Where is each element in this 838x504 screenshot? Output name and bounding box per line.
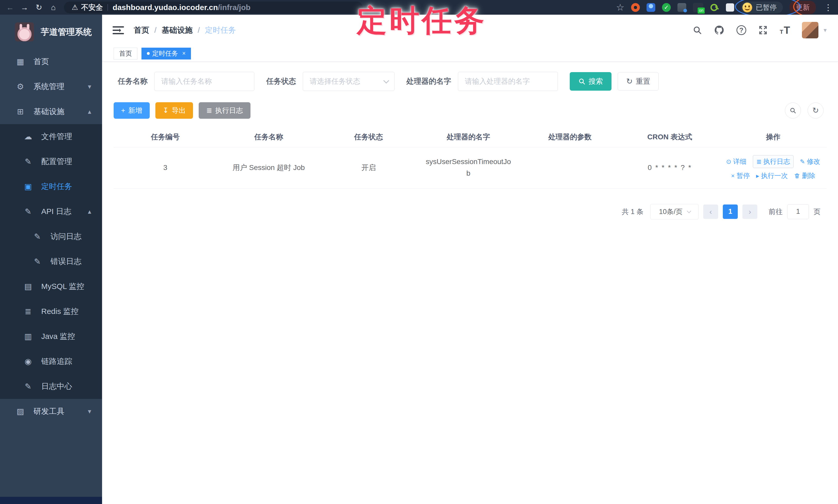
export-button-label: 导出 [172, 106, 186, 115]
sidebar-item-redis-monitor[interactable]: ≣ Redis 监控 [0, 299, 102, 324]
table-tools: ↻ [785, 103, 824, 119]
edit-icon: ✎ [23, 157, 34, 166]
user-avatar[interactable] [802, 22, 818, 38]
op-label: 详细 [733, 157, 747, 166]
cell-job-name: 用户 Session 超时 Job [217, 147, 320, 188]
job-status-select[interactable]: 请选择任务状态 [303, 72, 395, 91]
sidebar-item-label: 文件管理 [41, 131, 72, 142]
browser-reload-icon[interactable]: ↻ [33, 3, 45, 12]
close-icon[interactable]: × [182, 50, 186, 57]
goto-page-input[interactable] [787, 204, 809, 219]
sidebar-item-log-center[interactable]: ✎ 日志中心 [0, 374, 102, 399]
cell-job-status: 开启 [320, 147, 417, 188]
pause-link[interactable]: × 暂停 [731, 171, 750, 180]
sidebar-item-label: 研发工具 [34, 406, 65, 417]
app-logo[interactable]: 芋道管理系统 [0, 15, 102, 49]
reset-button[interactable]: ↻ 重置 [618, 72, 659, 91]
gear-icon: ⚙ [15, 82, 26, 91]
font-size-icon[interactable]: TT [780, 25, 790, 35]
topbar-icons: ? TT ▾ [693, 22, 827, 38]
breadcrumb-infra[interactable]: 基础设施 [161, 25, 192, 36]
extension-blue-icon[interactable] [647, 3, 655, 12]
chrome-update-button[interactable]: 更新 [789, 1, 816, 14]
job-log-button[interactable]: ≣ 执行日志 [199, 102, 250, 119]
breadcrumb-home[interactable]: 首页 [134, 25, 149, 36]
edit-link[interactable]: ✎ 修改 [800, 157, 820, 166]
prev-page-button[interactable]: ‹ [703, 204, 718, 219]
sidebar-item-access-log[interactable]: ✎ 访问日志 [0, 224, 102, 249]
run-once-link[interactable]: ▸ 执行一次 [756, 171, 788, 180]
job-name-input[interactable] [154, 72, 254, 91]
profile-paused-pill[interactable]: 已暂停 [741, 2, 783, 13]
sidebar-item-home[interactable]: ▦ 首页 [0, 49, 102, 74]
browser-home-icon[interactable]: ⌂ [48, 3, 59, 12]
edit-icon: ✎ [32, 257, 43, 266]
log-icon: ≣ [756, 158, 762, 165]
tag-label: 定时任务 [152, 49, 178, 58]
not-secure-warning[interactable]: ⚠ 不安全 [72, 3, 103, 12]
refresh-table-button[interactable]: ↻ [808, 103, 824, 119]
extension-on-badge-icon[interactable] [693, 3, 703, 12]
sidebar-item-infra[interactable]: ⊞ 基础设施 ▴ [0, 99, 102, 124]
app-title: 芋道管理系统 [41, 26, 92, 38]
not-secure-label: 不安全 [81, 3, 103, 12]
browser-forward-icon[interactable]: → [19, 3, 30, 12]
cloud-upload-icon: ☁ [23, 132, 34, 141]
sidebar-item-api-log[interactable]: ✎ API 日志 ▴ [0, 199, 102, 224]
sidebar-item-tracing[interactable]: ◉ 链路追踪 [0, 349, 102, 374]
next-page-button[interactable]: › [743, 204, 757, 219]
eye-icon: ⊙ [726, 158, 731, 165]
job-log-link[interactable]: ≣ 执行日志 [753, 155, 794, 168]
help-icon[interactable]: ? [736, 25, 746, 35]
extensions-puzzle-icon[interactable] [726, 3, 734, 12]
cell-handler-name: sysUserSessionTimeoutJob [417, 147, 520, 188]
avatar-caret-icon[interactable]: ▾ [824, 26, 827, 34]
sidebar-item-label: 链路追踪 [41, 356, 72, 367]
tag-scheduled-jobs[interactable]: 定时任务 × [141, 48, 191, 59]
sidebar-item-file-manage[interactable]: ☁ 文件管理 [0, 124, 102, 149]
sidebar-submenu-infra: ☁ 文件管理 ✎ 配置管理 ▣ 定时任务 ✎ API 日志 ▴ [0, 124, 102, 399]
sidebar-item-config-manage[interactable]: ✎ 配置管理 [0, 149, 102, 174]
extension-green-check-icon[interactable] [662, 3, 671, 12]
sidebar-item-system[interactable]: ⚙ 系统管理 ▾ [0, 74, 102, 99]
col-job-status: 任务状态 [320, 127, 417, 147]
browser-menu-icon[interactable]: ⋮ [823, 3, 834, 12]
add-button[interactable]: + 新增 [114, 102, 150, 119]
search-icon[interactable] [693, 25, 702, 35]
address-bar[interactable]: ⚠ 不安全 dashboard.yudao.iocoder.cn/infra/j… [64, 2, 363, 13]
total-count: 共 1 条 [622, 207, 643, 216]
view-detail-link[interactable]: ⊙ 详细 [726, 157, 747, 166]
sidebar-item-label: 配置管理 [41, 156, 72, 167]
page-1-button[interactable]: 1 [723, 204, 738, 219]
bookmark-star-icon[interactable]: ☆ [616, 2, 624, 13]
extension-key-icon[interactable] [710, 3, 719, 12]
chevron-down-icon [383, 78, 389, 84]
screen: ← → ↻ ⌂ ⚠ 不安全 dashboard.yudao.iocoder.cn… [0, 0, 838, 504]
delete-link[interactable]: 删除 [794, 171, 815, 180]
extension-grid-icon[interactable] [678, 3, 686, 12]
toggle-search-button[interactable] [785, 103, 801, 119]
active-dot [147, 52, 150, 55]
export-button[interactable]: ↧ 导出 [155, 102, 193, 119]
tag-home[interactable]: 首页 [114, 48, 137, 59]
handler-name-input[interactable] [458, 72, 558, 91]
browser-back-icon[interactable]: ← [4, 3, 16, 12]
extension-orange-icon[interactable] [631, 3, 640, 12]
sidebar-item-mysql-monitor[interactable]: ▤ MySQL 监控 [0, 274, 102, 299]
edit-icon: ✎ [23, 382, 34, 391]
page-size-select[interactable]: 10条/页 [650, 204, 699, 219]
jobs-table: 任务编号 任务名称 任务状态 处理器的名字 处理器的参数 CRON 表达式 操作… [114, 127, 827, 188]
sidebar-item-scheduled-jobs[interactable]: ▣ 定时任务 [0, 174, 102, 199]
sidebar-item-error-log[interactable]: ✎ 错误日志 [0, 249, 102, 274]
sidebar-item-label: API 日志 [41, 206, 71, 217]
sidebar-item-java-monitor[interactable]: ▥ Java 监控 [0, 324, 102, 349]
table-row: 3 用户 Session 超时 Job 开启 sysUserSessionTim… [114, 147, 827, 188]
page-unit-label: 页 [814, 207, 820, 216]
search-button[interactable]: 搜索 [570, 72, 611, 91]
fullscreen-icon[interactable] [758, 25, 768, 35]
paused-label: 已暂停 [756, 3, 777, 12]
sidebar-item-dev-tools[interactable]: ▨ 研发工具 ▾ [0, 399, 102, 424]
hamburger-icon[interactable] [112, 26, 124, 34]
dashboard-icon: ▦ [15, 57, 26, 67]
github-icon[interactable] [714, 25, 724, 36]
